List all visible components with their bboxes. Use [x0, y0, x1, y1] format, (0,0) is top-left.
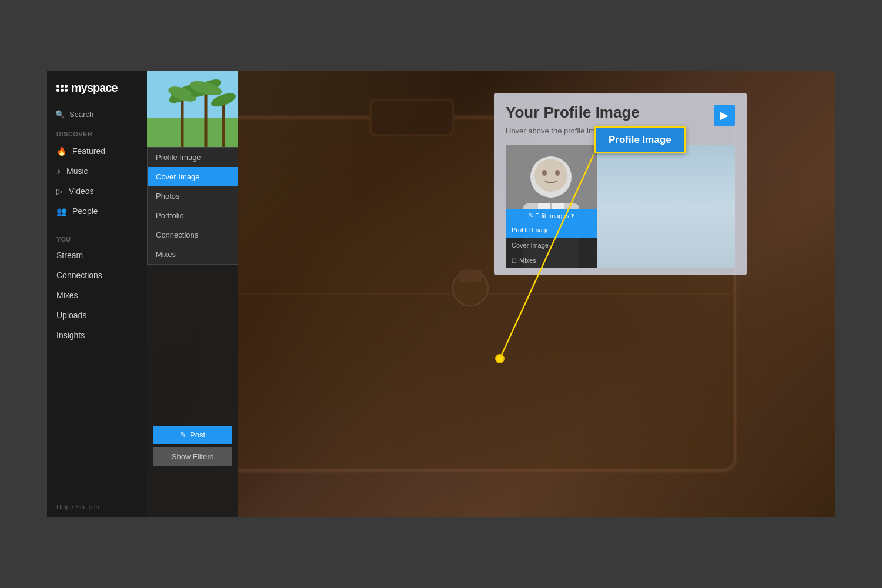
you-section-title: YOU: [47, 231, 147, 245]
people-icon: 👥: [56, 206, 66, 216]
edit-images-dropdown: Profile Image Cover Image Photos Portfol…: [147, 147, 238, 265]
mini-cover-image-label: Cover Image: [512, 242, 549, 249]
dropdown-item-mixes[interactable]: Mixes: [148, 245, 238, 264]
flame-icon: 🔥: [56, 146, 66, 156]
dropdown-item-portfolio[interactable]: Portfolio: [148, 206, 238, 225]
portfolio-label: Portfolio: [156, 211, 184, 220]
footer-help[interactable]: Help: [56, 503, 70, 510]
dropdown-item-cover-image[interactable]: Cover Image: [148, 167, 238, 186]
mini-dropdown-cover-image[interactable]: Cover Image: [506, 238, 597, 253]
sidebar-item-connections[interactable]: Connections: [47, 265, 147, 285]
sidebar-item-insights[interactable]: Insights: [47, 325, 147, 345]
popup-next-button[interactable]: ▶: [714, 105, 735, 126]
action-buttons: ✎ Post Show Filters: [147, 421, 238, 470]
profile-panel: ✎ Edit Images ▾ Profile Image Cover Imag…: [147, 71, 238, 517]
mixes-nav-label: Mixes: [156, 250, 176, 259]
mini-mixes-label: Mixes: [519, 257, 536, 264]
sidebar-footer: Help • Site Info: [47, 496, 147, 517]
sidebar: myspace 🔍 Search DISCOVER 🔥 Featured ♪ M…: [47, 71, 147, 517]
svg-rect-2: [370, 100, 453, 135]
mini-dropdown-arrow-icon: ▾: [571, 212, 574, 219]
footer-site-info[interactable]: Site Info: [76, 503, 99, 510]
post-button[interactable]: ✎ Post: [153, 426, 232, 444]
video-icon: ▷: [56, 186, 63, 196]
popup-cover-area: [597, 145, 735, 268]
svg-point-22: [542, 170, 547, 176]
dropdown-item-connections[interactable]: Connections: [148, 225, 238, 245]
filters-label: Show Filters: [172, 452, 214, 461]
sidebar-label-insights: Insights: [56, 330, 85, 340]
sidebar-item-videos[interactable]: ▷ Videos: [47, 181, 147, 201]
photos-label: Photos: [156, 192, 179, 201]
sidebar-item-people[interactable]: 👥 People: [47, 201, 147, 221]
popup-bottom-space: [506, 268, 735, 275]
cover-image-label: Cover Image: [156, 172, 199, 181]
discover-section-title: DISCOVER: [47, 123, 147, 141]
dropdown-item-profile-image[interactable]: Profile Image: [148, 148, 238, 167]
search-icon: 🔍: [55, 110, 65, 119]
popup-profile-area: ✎ Edit Images ▾ Profile Image Cover Imag…: [506, 145, 735, 268]
post-icon: ✎: [180, 430, 186, 439]
sidebar-label-featured: Featured: [72, 146, 105, 156]
dropdown-item-photos[interactable]: Photos: [148, 186, 238, 206]
mini-edit-images-button[interactable]: ✎ Edit Images ▾: [506, 209, 597, 222]
profile-image-tooltip: Profile Image: [594, 126, 686, 153]
search-label: Search: [69, 110, 93, 119]
popup-title: Your Profile Image: [506, 103, 735, 122]
sidebar-divider: [47, 226, 147, 226]
sidebar-label-connections: Connections: [56, 270, 102, 280]
profile-image-label: Profile Image: [156, 153, 201, 162]
mini-profile-panel: ✎ Edit Images ▾ Profile Image Cover Imag…: [506, 209, 597, 268]
mini-profile-image-label: Profile Image: [512, 226, 550, 233]
sidebar-label-stream: Stream: [56, 250, 83, 260]
app-container: myspace 🔍 Search DISCOVER 🔥 Featured ♪ M…: [47, 71, 835, 517]
mini-edit-label: Edit Images: [535, 212, 569, 219]
sidebar-item-music[interactable]: ♪ Music: [47, 161, 147, 181]
cover-image-svg: [147, 71, 238, 147]
logo-text: myspace: [71, 81, 118, 95]
main-content: ✎ Edit Images ▾ Profile Image Cover Imag…: [147, 71, 835, 517]
connections-nav-label: Connections: [156, 230, 198, 239]
sidebar-label-uploads: Uploads: [56, 310, 86, 320]
sidebar-label-music: Music: [66, 166, 88, 176]
footer-separator: •: [72, 503, 74, 510]
sidebar-label-people: People: [72, 206, 98, 216]
mini-checkbox-icon: ☐: [512, 258, 517, 264]
next-arrow-icon: ▶: [720, 109, 729, 122]
sidebar-item-featured[interactable]: 🔥 Featured: [47, 141, 147, 161]
logo-dots-icon: [56, 85, 68, 92]
mini-dropdown-profile-image[interactable]: Profile Image: [506, 222, 597, 238]
sidebar-item-mixes[interactable]: Mixes: [47, 285, 147, 305]
show-filters-button[interactable]: Show Filters: [153, 447, 232, 466]
profile-image-popup: Your Profile Image Hover above the profi…: [494, 93, 747, 275]
profile-cover-image: [147, 71, 238, 147]
profile-photo-container: ✎ Edit Images ▾ Profile Image Cover Imag…: [506, 145, 597, 268]
sidebar-label-mixes: Mixes: [56, 290, 78, 300]
music-icon: ♪: [56, 166, 61, 176]
search-bar[interactable]: 🔍 Search: [47, 105, 147, 123]
post-label: Post: [190, 430, 205, 439]
svg-point-23: [555, 170, 560, 176]
mini-edit-icon: ✎: [528, 212, 533, 219]
profile-image-tooltip-container: Profile Image: [594, 126, 686, 153]
sidebar-label-videos: Videos: [69, 186, 94, 196]
svg-rect-5: [459, 270, 482, 282]
tooltip-text: Profile Image: [609, 134, 671, 145]
sidebar-item-stream[interactable]: Stream: [47, 245, 147, 265]
sidebar-item-uploads[interactable]: Uploads: [47, 305, 147, 325]
mini-dropdown-mixes[interactable]: ☐ Mixes: [506, 253, 597, 268]
svg-point-21: [534, 159, 567, 192]
logo[interactable]: myspace: [47, 71, 147, 105]
